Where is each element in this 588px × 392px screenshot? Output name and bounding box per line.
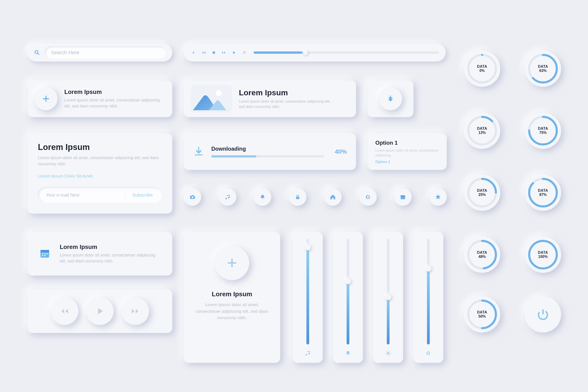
gauge-value: 48% (477, 255, 487, 259)
bell-icon (345, 350, 351, 357)
vertical-slider-sun[interactable] (373, 232, 403, 363)
gauge-value: 87% (538, 193, 548, 197)
vertical-slider-music[interactable] (293, 232, 323, 363)
search-bar: Search Here (28, 44, 172, 62)
home-icon[interactable] (324, 188, 342, 206)
email-field-wrapper: Your e-mail here Subscribe (38, 187, 162, 203)
gauge-label: DATA (477, 250, 487, 255)
add-card: Lorem Ipsum Lorem ipsum dolor sit amet, … (28, 80, 172, 117)
gauge-label: DATA (538, 64, 548, 69)
gauge-label: DATA (477, 188, 487, 193)
add-card-title: Lorem Ipsum (64, 88, 161, 96)
icon-button-row (184, 188, 447, 206)
power-button[interactable] (525, 296, 561, 332)
divider (125, 190, 126, 200)
stop-icon[interactable] (211, 50, 217, 56)
download-button-card (368, 80, 414, 117)
svg-line-46 (386, 351, 387, 352)
option-body: Lorem ipsum dolor sit amet, consectetuer… (375, 148, 439, 158)
calendar-card-text: Lorem Ipsum Lorem ipsum dolor sit amet, … (60, 244, 156, 264)
media-play-button[interactable] (86, 298, 114, 325)
gauge-label: DATA (538, 126, 548, 131)
gauge-value: 13% (477, 131, 487, 135)
download-bar-fill (211, 155, 256, 158)
search-placeholder: Search Here (51, 50, 80, 56)
vertical-slider-bell[interactable] (333, 232, 363, 363)
slider-knob[interactable] (385, 294, 391, 300)
gear-icon (426, 350, 431, 357)
progress-knob[interactable] (303, 50, 308, 55)
option-title: Option 1 (375, 140, 439, 146)
media-rewind-button[interactable] (51, 298, 78, 325)
media-control-card (28, 289, 172, 333)
svg-line-47 (390, 354, 390, 355)
gear-icon[interactable] (359, 188, 377, 206)
data-gauge-50: DATA50% (464, 296, 500, 332)
lock-icon[interactable] (289, 188, 306, 206)
progress-track[interactable] (254, 52, 439, 54)
add-card-large-title: Lorem Ipsum (212, 290, 252, 298)
slider-track[interactable] (387, 239, 390, 344)
prev-track-icon[interactable] (191, 50, 196, 56)
camera-icon[interactable] (184, 188, 201, 206)
add-card-large: Lorem Ipsum Lorem ipsum dolor sit amet, … (184, 232, 280, 363)
bell-icon[interactable] (254, 188, 271, 206)
rewind-icon[interactable] (201, 50, 207, 56)
search-icon (34, 50, 40, 56)
forward-icon[interactable] (221, 50, 227, 56)
download-bar[interactable] (211, 155, 324, 158)
add-button-large[interactable] (215, 246, 249, 280)
play-icon[interactable] (231, 50, 237, 56)
gauge-value: 25% (477, 193, 487, 197)
download-button[interactable] (379, 87, 402, 110)
calendar-card-body: Lorem ipsum dolor sit amet, consectetuer… (60, 252, 156, 264)
image-card-body: Lorem ipsum dolor sit amet, consectetuer… (239, 99, 335, 109)
subscribe-button[interactable]: Subscribe (132, 192, 160, 198)
gauge-value: 63% (538, 69, 548, 73)
svg-rect-7 (296, 197, 299, 199)
slider-track[interactable] (346, 239, 349, 344)
option-card[interactable]: Option 1 Lorem ipsum dolor sit amet, con… (368, 133, 447, 170)
svg-line-1 (38, 53, 39, 55)
subscribe-link[interactable]: Lorem Ipsum Dolor Sit Amet. (38, 174, 162, 179)
data-gauge-75: DATA75% (525, 112, 561, 149)
slider-track[interactable] (427, 239, 430, 344)
slider-knob[interactable] (345, 278, 351, 284)
svg-point-0 (35, 50, 38, 54)
gauge-value: 75% (538, 131, 548, 135)
image-thumbnail (191, 85, 232, 112)
svg-rect-9 (400, 195, 405, 196)
svg-rect-14 (42, 253, 44, 254)
slider-knob[interactable] (305, 244, 311, 250)
slider-knob[interactable] (426, 266, 431, 272)
search-input[interactable]: Search Here (44, 46, 166, 59)
media-forward-button[interactable] (122, 298, 149, 325)
data-gauge-48: DATA48% (464, 236, 500, 273)
image-card-text: Lorem Ipsum Lorem ipsum dolor sit amet, … (239, 88, 335, 109)
add-button[interactable] (34, 87, 58, 110)
svg-rect-15 (44, 253, 46, 254)
download-progress: Downloading (211, 146, 324, 158)
calendar-card-icon (39, 248, 50, 260)
subscribe-card: Lorem Ipsum Lorem ipsum dolor sit amet, … (28, 133, 172, 214)
calendar-icon[interactable] (394, 188, 412, 206)
svg-rect-18 (44, 255, 46, 256)
email-field[interactable]: Your e-mail here (46, 192, 118, 198)
option-link[interactable]: Option 1 (375, 160, 439, 164)
gauge-label: DATA (477, 126, 487, 131)
vertical-slider-gear[interactable] (414, 232, 443, 363)
data-gauge-87: DATA87% (525, 174, 561, 211)
subscribe-body: Lorem ipsum dolor sit amet, consectetuer… (38, 155, 162, 167)
music-icon (305, 350, 311, 357)
svg-rect-17 (42, 255, 44, 256)
data-gauge-100: DATA100% (525, 236, 561, 273)
sun-icon (385, 350, 392, 357)
svg-line-48 (386, 354, 387, 355)
music-icon[interactable] (219, 188, 236, 206)
gauge-value: 100% (538, 255, 548, 259)
data-gauge-63: DATA63% (525, 50, 561, 87)
svg-rect-13 (40, 250, 49, 252)
star-icon[interactable] (429, 188, 447, 206)
slider-track[interactable] (306, 239, 309, 344)
gauge-label: DATA (538, 188, 548, 193)
